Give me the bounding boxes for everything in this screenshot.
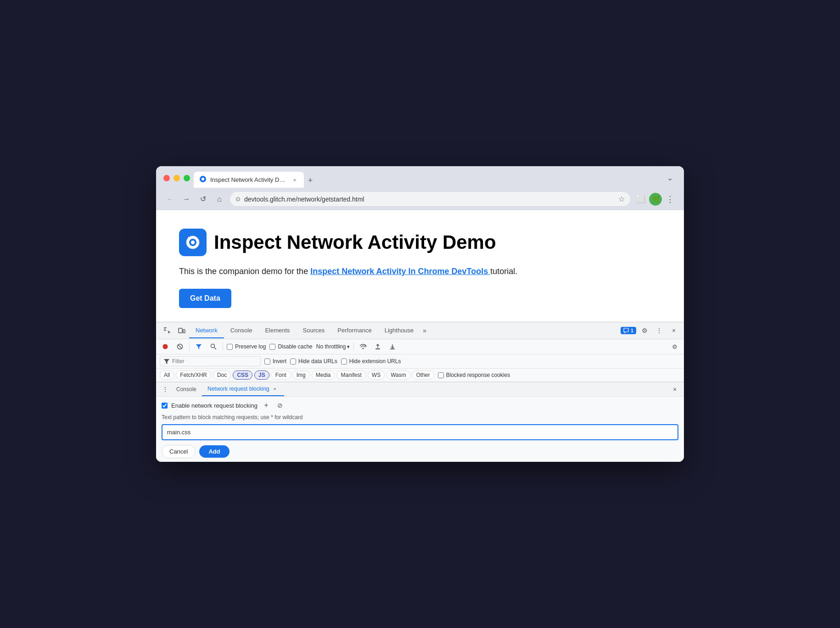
- clear-button[interactable]: [174, 341, 185, 352]
- enable-blocking-checkbox[interactable]: [162, 403, 168, 409]
- download-button[interactable]: [387, 341, 398, 352]
- close-button[interactable]: [163, 175, 170, 181]
- search-icon: [210, 343, 217, 350]
- tab-favicon: [199, 175, 207, 184]
- tab-console[interactable]: Console: [224, 323, 259, 338]
- hide-ext-urls-label[interactable]: Hide extension URLs: [341, 358, 401, 364]
- preserve-log-checkbox[interactable]: [227, 344, 233, 350]
- chip-ws[interactable]: WS: [368, 370, 385, 380]
- hide-ext-urls-checkbox[interactable]: [341, 359, 347, 364]
- throttle-selector[interactable]: No throttling ▾: [316, 343, 350, 350]
- chip-doc[interactable]: Doc: [213, 370, 231, 380]
- blocked-cookies-checkbox[interactable]: [438, 372, 444, 378]
- disable-cache-checkbox[interactable]: [269, 344, 275, 350]
- devtools-settings-button[interactable]: ⚙: [638, 324, 651, 337]
- active-tab[interactable]: Inspect Network Activity Dem ×: [194, 172, 304, 188]
- filter-input[interactable]: [172, 358, 257, 364]
- tab-network[interactable]: Network: [189, 323, 224, 338]
- chip-font[interactable]: Font: [271, 370, 291, 380]
- chip-fetch-xhr[interactable]: Fetch/XHR: [176, 370, 211, 380]
- blocking-pattern-input[interactable]: [162, 424, 678, 440]
- tab-close-button[interactable]: ×: [291, 176, 298, 184]
- get-data-button[interactable]: Get Data: [179, 289, 231, 308]
- svg-rect-8: [164, 327, 167, 328]
- device-toolbar-icon[interactable]: [174, 322, 189, 339]
- extensions-button[interactable]: ⬜: [634, 193, 647, 206]
- tab-list-button[interactable]: ⌄: [663, 172, 677, 184]
- back-button[interactable]: ←: [163, 193, 176, 206]
- chip-media[interactable]: Media: [312, 370, 335, 380]
- title-bar: Inspect Network Activity Dem × + ⌄: [156, 166, 684, 188]
- clear-icon: [177, 343, 183, 350]
- tab-sources-label: Sources: [303, 327, 325, 334]
- blocking-description: Text pattern to block matching requests;…: [162, 414, 678, 421]
- svg-point-18: [211, 344, 215, 348]
- messages-badge[interactable]: 1: [621, 327, 636, 334]
- badge-count: 1: [631, 328, 633, 333]
- network-settings-button[interactable]: ⚙: [669, 341, 680, 352]
- home-button[interactable]: ⌂: [213, 193, 226, 206]
- invert-checkbox[interactable]: [264, 359, 270, 364]
- inspect-element-icon[interactable]: [160, 322, 174, 339]
- upload-button[interactable]: [372, 341, 383, 352]
- tab-elements[interactable]: Elements: [258, 323, 296, 338]
- tab-sources[interactable]: Sources: [297, 323, 331, 338]
- chip-manifest[interactable]: Manifest: [336, 370, 365, 380]
- new-tab-button[interactable]: +: [304, 174, 317, 187]
- hide-data-urls-label[interactable]: Hide data URLs: [290, 358, 337, 364]
- svg-text:🌿: 🌿: [652, 196, 660, 203]
- disable-cache-label[interactable]: Disable cache: [269, 343, 312, 350]
- tab-console-label: Console: [230, 327, 252, 334]
- bottom-tab-console[interactable]: Console: [171, 383, 202, 395]
- record-button[interactable]: [160, 341, 171, 352]
- add-button[interactable]: Add: [199, 445, 229, 458]
- reload-button[interactable]: ↺: [196, 193, 209, 206]
- bookmark-icon[interactable]: ☆: [618, 195, 625, 203]
- url-security-icon: ⊙: [235, 196, 241, 202]
- throttle-arrow: ▾: [347, 344, 350, 350]
- tutorial-link[interactable]: Inspect Network Activity In Chrome DevTo…: [310, 267, 490, 276]
- url-bar[interactable]: ⊙ devtools.glitch.me/network/getstarted.…: [230, 191, 631, 207]
- chip-wasm[interactable]: Wasm: [386, 370, 410, 380]
- forward-button[interactable]: →: [180, 193, 193, 206]
- tab-performance[interactable]: Performance: [331, 323, 378, 338]
- filter-toggle-button[interactable]: [193, 341, 204, 352]
- maximize-button[interactable]: [184, 175, 190, 181]
- hide-data-urls-checkbox[interactable]: [290, 359, 296, 364]
- chip-all[interactable]: All: [160, 370, 174, 380]
- search-button[interactable]: [208, 341, 219, 352]
- chip-js[interactable]: JS: [254, 370, 269, 380]
- hide-data-urls-text: Hide data URLs: [298, 358, 337, 364]
- chip-css[interactable]: CSS: [233, 370, 252, 380]
- wifi-icon-button[interactable]: [358, 341, 369, 352]
- devtools-close-button[interactable]: ×: [667, 324, 680, 337]
- network-blocking-tab-close[interactable]: ×: [271, 385, 279, 392]
- address-bar: ← → ↺ ⌂ ⊙ devtools.glitch.me/network/get…: [156, 188, 684, 210]
- browser-menu-button[interactable]: ⋮: [664, 193, 677, 206]
- clear-patterns-button[interactable]: ⊘: [275, 400, 285, 410]
- minimize-button[interactable]: [174, 175, 180, 181]
- close-all-panels-button[interactable]: ×: [669, 384, 680, 395]
- bottom-panel-menu-button[interactable]: ⋮: [160, 384, 171, 395]
- bottom-tab-network-blocking[interactable]: Network request blocking ×: [202, 382, 284, 396]
- blocked-cookies-label[interactable]: Blocked response cookies: [438, 372, 510, 378]
- hide-ext-urls-text: Hide extension URLs: [349, 358, 401, 364]
- chip-img[interactable]: Img: [292, 370, 310, 380]
- page-title: Inspect Network Activity Demo: [214, 231, 496, 253]
- more-tabs-button[interactable]: »: [420, 323, 429, 338]
- wifi-icon: [359, 343, 367, 350]
- avatar[interactable]: 🌿: [649, 193, 662, 206]
- cancel-button[interactable]: Cancel: [162, 445, 196, 458]
- devtools-more-button[interactable]: ⋮: [653, 324, 666, 337]
- bottom-panel: ⋮ Console Network request blocking × × E…: [156, 382, 684, 462]
- toolbar-divider-2: [223, 342, 223, 351]
- add-pattern-button[interactable]: +: [261, 400, 271, 410]
- disable-cache-text: Disable cache: [278, 343, 312, 350]
- invert-label[interactable]: Invert: [264, 358, 286, 364]
- tab-lighthouse-label: Lighthouse: [385, 327, 414, 334]
- preserve-log-text: Preserve log: [235, 343, 266, 350]
- tab-lighthouse[interactable]: Lighthouse: [378, 323, 420, 338]
- preserve-log-label[interactable]: Preserve log: [227, 343, 266, 350]
- chip-other[interactable]: Other: [412, 370, 434, 380]
- svg-marker-24: [164, 359, 169, 364]
